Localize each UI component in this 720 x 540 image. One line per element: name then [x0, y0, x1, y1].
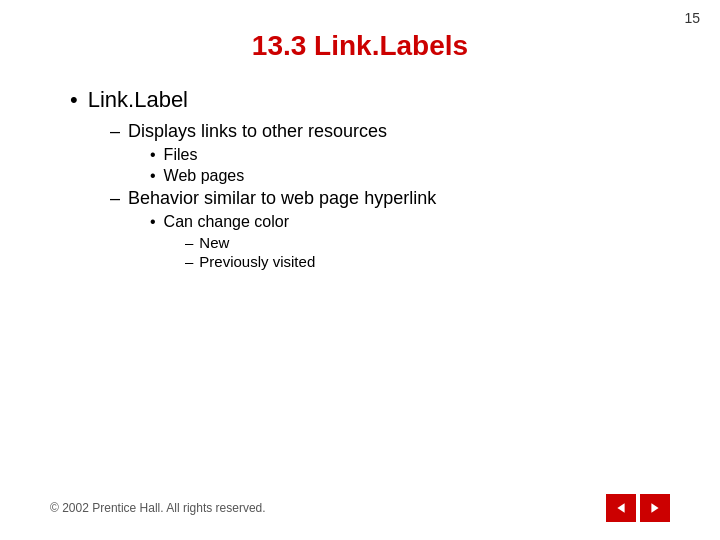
page-number: 15 [684, 10, 700, 26]
list-item-l3-3: • Can change color [150, 213, 670, 231]
l4-2-text: Previously visited [199, 253, 315, 270]
list-item-l2-1: – Displays links to other resources [110, 121, 670, 142]
dash-marker-1: – [110, 121, 120, 142]
list-item-l3-1: • Files [150, 146, 670, 164]
prev-button[interactable] [606, 494, 636, 522]
slide-content: • Link.Label – Displays links to other r… [50, 87, 670, 270]
list-item-l2-2: – Behavior similar to web page hyperlink [110, 188, 670, 209]
l1-text: Link.Label [88, 87, 188, 113]
next-button[interactable] [640, 494, 670, 522]
nav-buttons [606, 494, 670, 522]
dash-marker-2: – [110, 188, 120, 209]
l2-1-text: Displays links to other resources [128, 121, 387, 142]
list-item-l1: • Link.Label [70, 87, 670, 113]
svg-marker-1 [651, 503, 658, 513]
l3-1-text: Files [164, 146, 198, 164]
list-item-l3-2: • Web pages [150, 167, 670, 185]
list-item-l4-1: – New [185, 234, 670, 251]
copyright-text: © 2002 Prentice Hall. All rights reserve… [50, 501, 266, 515]
dash-marker-3: – [185, 234, 193, 251]
slide-container: 15 13.3 Link.Labels • Link.Label – Displ… [0, 0, 720, 540]
prev-icon [615, 502, 627, 514]
dash-marker-4: – [185, 253, 193, 270]
l3-3-text: Can change color [164, 213, 289, 231]
list-item-l4-2: – Previously visited [185, 253, 670, 270]
slide-footer: © 2002 Prentice Hall. All rights reserve… [50, 494, 670, 522]
bullet-marker-l3-1: • [150, 146, 156, 164]
bullet-marker-l1: • [70, 87, 78, 113]
l2-2-text: Behavior similar to web page hyperlink [128, 188, 436, 209]
next-icon [649, 502, 661, 514]
bullet-marker-l3-3: • [150, 213, 156, 231]
svg-marker-0 [617, 503, 624, 513]
l3-2-text: Web pages [164, 167, 245, 185]
bullet-marker-l3-2: • [150, 167, 156, 185]
l4-1-text: New [199, 234, 229, 251]
slide-title: 13.3 Link.Labels [50, 30, 670, 62]
